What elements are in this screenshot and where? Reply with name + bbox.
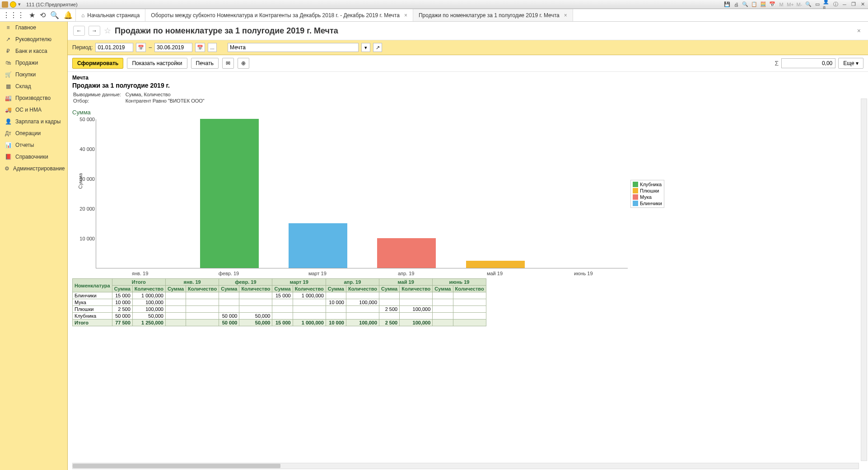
sidebar-icon: 🛍 bbox=[5, 60, 12, 66]
preview-icon[interactable]: 🔍 bbox=[742, 1, 749, 8]
legend-swatch bbox=[633, 201, 638, 206]
org-input[interactable] bbox=[228, 43, 359, 52]
org-dropdown-button[interactable]: ▾ bbox=[361, 43, 370, 52]
back-button[interactable]: ← bbox=[73, 26, 85, 36]
sidebar-icon: ⚙ bbox=[5, 165, 9, 172]
close-page-button[interactable]: × bbox=[855, 25, 863, 36]
forward-button[interactable]: → bbox=[89, 26, 100, 36]
more-button[interactable]: Еще ▾ bbox=[838, 58, 863, 69]
x-tick: янв. 19 bbox=[132, 271, 148, 276]
date-to-input[interactable] bbox=[154, 43, 192, 52]
tab[interactable]: ⌂Начальная страница bbox=[76, 9, 145, 21]
sidebar-item[interactable]: ⚙Администрирование bbox=[0, 163, 67, 174]
sidebar-item-label: ОС и НМА bbox=[15, 107, 42, 113]
tab-close-icon[interactable]: × bbox=[564, 12, 567, 19]
sidebar-icon: 🚚 bbox=[5, 107, 12, 113]
show-settings-button[interactable]: Показать настройки bbox=[127, 58, 187, 69]
vertical-scrollbar[interactable] bbox=[861, 99, 867, 461]
print-icon[interactable]: 🖨 bbox=[733, 1, 740, 8]
sidebar-icon: Дт bbox=[5, 130, 12, 136]
m-icon[interactable]: M bbox=[778, 1, 785, 8]
chart-plot bbox=[96, 119, 628, 268]
sidebar-icon: 🛒 bbox=[5, 71, 12, 78]
x-tick: май 19 bbox=[487, 271, 503, 276]
chart: Сумма 10 00020 00030 00040 00050 000янв.… bbox=[72, 119, 628, 268]
legend-item: Клубника bbox=[632, 181, 663, 188]
tab-close-icon[interactable]: × bbox=[404, 12, 407, 19]
sidebar-item[interactable]: 👤Зарплата и кадры bbox=[0, 116, 67, 127]
bar bbox=[289, 223, 347, 268]
bell-icon[interactable]: 🔔 bbox=[64, 11, 73, 19]
close-icon[interactable]: ✕ bbox=[859, 1, 866, 8]
sidebar-item-label: Зарплата и кадры bbox=[15, 118, 61, 125]
legend-item: Блинчики bbox=[632, 200, 663, 207]
mminus-icon[interactable]: M- bbox=[796, 1, 803, 8]
maximize-icon[interactable]: ❐ bbox=[850, 1, 857, 8]
mplus-icon[interactable]: M+ bbox=[787, 1, 794, 8]
sidebar-item[interactable]: ₽Банк и касса bbox=[0, 45, 67, 57]
calendar-to-button[interactable]: 📅 bbox=[195, 43, 205, 52]
app-icon bbox=[2, 1, 8, 8]
history-icon[interactable]: ⟲ bbox=[40, 11, 46, 19]
org-open-button[interactable]: ↗ bbox=[373, 43, 382, 52]
dropdown-icon[interactable] bbox=[10, 1, 16, 8]
bar bbox=[200, 119, 259, 268]
zoom-icon[interactable]: 🔍 bbox=[805, 1, 812, 8]
sidebar-icon: ₽ bbox=[5, 48, 12, 54]
calendar-from-button[interactable]: 📅 bbox=[136, 43, 146, 52]
y-tick: 30 000 bbox=[77, 176, 95, 182]
date-from-input[interactable] bbox=[95, 43, 133, 52]
sidebar-item[interactable]: 🚚ОС и НМА bbox=[0, 104, 67, 116]
minimize-icon[interactable]: ─ bbox=[841, 1, 848, 8]
clipboard-icon[interactable]: 📋 bbox=[751, 1, 758, 8]
search-icon[interactable]: 🔍 bbox=[50, 11, 59, 19]
horizontal-scrollbar[interactable] bbox=[72, 463, 859, 469]
sidebar-item[interactable]: 🏭Производство bbox=[0, 92, 67, 104]
report-body: Мечта Продажи за 1 полугодие 2019 г. Выв… bbox=[68, 72, 868, 470]
layout-icon[interactable]: ▭ bbox=[814, 1, 821, 8]
dash: – bbox=[149, 44, 152, 51]
titlebar: ▾ 111 (1С:Предприятие) 💾 🖨 🔍 📋 🧮 📅 M M+ … bbox=[0, 0, 868, 9]
tab[interactable]: Продажи по номенклатуре за 1 полугодие 2… bbox=[413, 9, 573, 21]
legend-label: Блинчики bbox=[640, 201, 662, 206]
home-icon: ⌂ bbox=[81, 12, 84, 19]
save-icon[interactable]: 💾 bbox=[723, 1, 731, 8]
generate-button[interactable]: Сформировать bbox=[72, 58, 123, 69]
sidebar-item[interactable]: 📊Отчеты bbox=[0, 139, 67, 151]
tab-label: Продажи по номенклатуре за 1 полугодие 2… bbox=[419, 12, 560, 19]
sidebar-item[interactable]: ≡Главное bbox=[0, 22, 67, 33]
info-icon[interactable]: ⓘ bbox=[832, 1, 839, 8]
sidebar-item[interactable]: 📕Справочники bbox=[0, 151, 67, 163]
sidebar-item-label: Производство bbox=[15, 95, 51, 101]
main: ← → ☆ Продажи по номенклатуре за 1 полуг… bbox=[68, 22, 868, 470]
period-label: Период: bbox=[72, 44, 93, 51]
favorite-button[interactable]: ☆ bbox=[104, 26, 111, 36]
sidebar-item[interactable]: ДтОперации bbox=[0, 127, 67, 139]
sidebar-item[interactable]: 🛍Продажи bbox=[0, 57, 67, 69]
apps-icon[interactable]: ⋮⋮⋮ bbox=[3, 11, 24, 19]
calendar-icon[interactable]: 📅 bbox=[769, 1, 776, 8]
sum-input[interactable] bbox=[781, 58, 835, 68]
sidebar-item[interactable]: ↗Руководителю bbox=[0, 33, 67, 45]
tab[interactable]: Обороты между субконто Номенклатура и Ко… bbox=[145, 9, 413, 21]
tab-label: Начальная страница bbox=[87, 12, 140, 19]
sidebar-item[interactable]: 🛒Покупки bbox=[0, 69, 67, 80]
sidebar-icon: 📊 bbox=[5, 142, 12, 148]
user-icon[interactable]: 👤я bbox=[823, 1, 830, 8]
sidebar-item[interactable]: ▦Склад bbox=[0, 80, 67, 92]
legend-label: Клубника bbox=[640, 182, 662, 187]
sidebar-icon: ↗ bbox=[5, 36, 12, 42]
sidebar-item-label: Продажи bbox=[15, 60, 38, 66]
tabs: ⌂Начальная страницаОбороты между субконт… bbox=[76, 9, 573, 21]
star-icon[interactable]: ★ bbox=[29, 11, 35, 19]
print-button[interactable]: Печать bbox=[191, 58, 219, 69]
y-tick: 40 000 bbox=[77, 146, 95, 152]
x-tick: апр. 19 bbox=[398, 271, 415, 276]
period-bar: Период: 📅 – 📅 ... ▾ ↗ bbox=[68, 40, 868, 55]
calc-icon[interactable]: 🧮 bbox=[760, 1, 767, 8]
sidebar-icon: ≡ bbox=[5, 24, 12, 31]
email-button[interactable]: ✉ bbox=[222, 58, 234, 69]
export-button[interactable]: ⊕ bbox=[238, 58, 249, 69]
period-options-button[interactable]: ... bbox=[208, 43, 217, 52]
chevron-down-icon[interactable]: ▾ bbox=[18, 1, 23, 7]
